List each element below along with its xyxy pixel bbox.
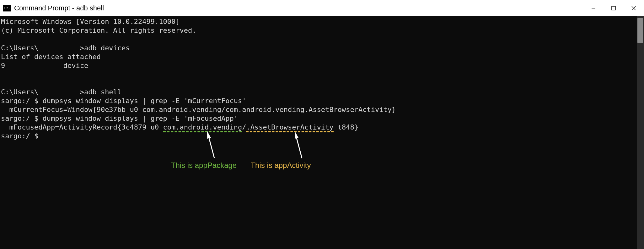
- minimize-button[interactable]: [583, 0, 604, 16]
- svg-rect-1: [612, 6, 615, 10]
- maximize-icon: [611, 6, 616, 11]
- cmd-icon-text: C:\.: [4, 7, 10, 10]
- scrollbar-vertical[interactable]: [637, 16, 644, 249]
- close-button[interactable]: [624, 0, 644, 16]
- terminal-output: Microsoft Windows [Version 10.0.22499.10…: [0, 16, 637, 249]
- window-title: Command Prompt - adb shell: [14, 4, 583, 12]
- minimize-icon: [591, 6, 596, 11]
- terminal[interactable]: Microsoft Windows [Version 10.0.22499.10…: [0, 16, 644, 249]
- maximize-button[interactable]: [604, 0, 624, 16]
- window: C:\. Command Prompt - adb shell Microsof…: [0, 0, 644, 249]
- window-controls: [583, 0, 644, 16]
- scrollbar-thumb[interactable]: [637, 18, 643, 43]
- titlebar[interactable]: C:\. Command Prompt - adb shell: [0, 0, 644, 16]
- close-icon: [631, 6, 636, 11]
- cmd-icon: C:\.: [3, 5, 11, 12]
